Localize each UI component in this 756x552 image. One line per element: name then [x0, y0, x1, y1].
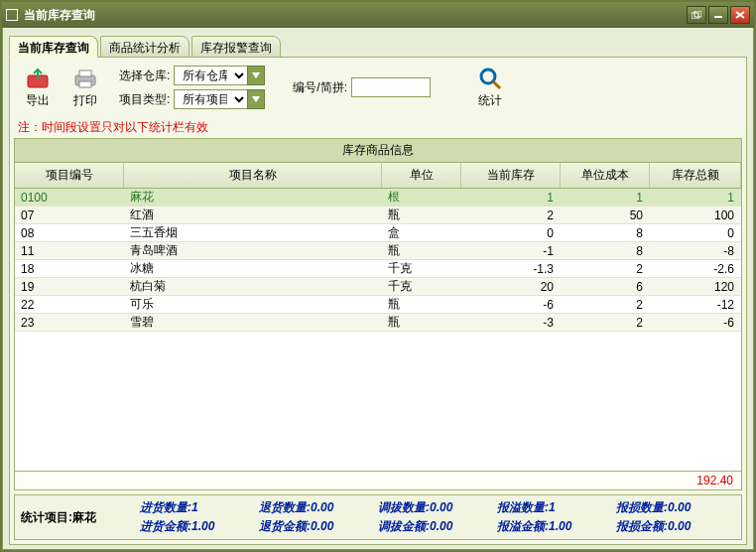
table-row[interactable]: 18冰糖千克-1.32-2.6	[15, 260, 741, 278]
cell: 盒	[382, 223, 461, 242]
cell: 2	[561, 261, 650, 277]
warehouse-select[interactable]: 所有仓库	[174, 66, 247, 85]
cell: 2	[461, 207, 561, 223]
cell: 50	[561, 207, 650, 223]
tab-0[interactable]: 当前库存查询	[9, 36, 98, 58]
chevron-down-icon	[252, 72, 260, 78]
stats-item-label: 统计项目:麻花	[21, 509, 140, 526]
content-area: 当前库存查询商品统计分析库存报警查询 导出 打印 选择	[2, 28, 754, 550]
cell: 冰糖	[124, 259, 382, 278]
chevron-down-icon	[252, 96, 260, 102]
table-row[interactable]: 23雪碧瓶-32-6	[15, 314, 741, 332]
table-row[interactable]: 11青岛啤酒瓶-18-8	[15, 242, 741, 260]
cell: 瓶	[382, 206, 461, 224]
cell: 22	[15, 297, 124, 313]
warehouse-label: 选择仓库:	[119, 68, 170, 84]
tab-bar: 当前库存查询商品统计分析库存报警查询	[9, 36, 747, 58]
table-row[interactable]: 22可乐瓶-62-12	[15, 296, 741, 314]
stats-button[interactable]: 统计	[468, 67, 512, 109]
stat-item: 报溢数量:1	[497, 499, 616, 516]
print-button[interactable]: 打印	[63, 67, 107, 109]
cell: -3	[461, 315, 561, 331]
cell: 0	[650, 225, 741, 241]
cell: 瓶	[382, 241, 461, 260]
col-header-0[interactable]: 项目编号	[15, 163, 124, 188]
inventory-grid: 项目编号项目名称单位当前库存单位成本库存总额 0100麻花根11107红酒瓶25…	[14, 162, 742, 490]
cell: 23	[15, 315, 124, 331]
cell: 千克	[382, 259, 461, 278]
minimize-button[interactable]	[708, 6, 728, 24]
stat-item: 进货数量:1	[140, 499, 259, 516]
cell: 11	[15, 243, 124, 259]
svg-point-9	[481, 69, 495, 83]
cell: 1	[561, 190, 650, 206]
toolbar: 导出 打印 选择仓库: 所有仓库	[14, 62, 742, 117]
note-text: 注：时间段设置只对以下统计栏有效	[14, 117, 742, 138]
close-icon	[735, 11, 745, 19]
cell: 红酒	[124, 206, 382, 224]
cell: 瓶	[382, 313, 461, 332]
stat-item: 调拔金额:0.00	[378, 518, 497, 535]
svg-rect-7	[79, 70, 91, 76]
print-icon	[71, 67, 99, 90]
cell: 1	[461, 190, 561, 206]
stats-values: 进货数量:1退货数量:0.00调拔数量:0.00报溢数量:1报损数量:0.00进…	[140, 499, 735, 535]
cell: -6	[650, 315, 741, 331]
stat-item: 退货数量:0.00	[259, 499, 378, 516]
cell: 07	[15, 207, 124, 223]
itemtype-select[interactable]: 所有项目	[174, 89, 247, 109]
cell: 麻花	[124, 189, 382, 207]
cell: -1.3	[461, 261, 561, 277]
table-row[interactable]: 19杭白菊千克206120	[15, 278, 741, 296]
grid-total: 192.40	[15, 471, 741, 489]
cell: 2	[561, 297, 650, 313]
window-title: 当前库存查询	[24, 7, 685, 24]
tab-1[interactable]: 商品统计分析	[100, 36, 189, 58]
cell: 三五香烟	[124, 223, 382, 242]
titlebar: 当前库存查询	[2, 2, 754, 28]
cell: 120	[650, 279, 741, 295]
cell: 根	[382, 189, 461, 207]
code-label: 编号/简拼:	[293, 79, 347, 96]
app-window: 当前库存查询 当前库存查询商品统计分析库存报警查询 导出	[0, 0, 756, 552]
cell: -8	[650, 243, 741, 259]
print-label: 打印	[73, 92, 97, 109]
table-row[interactable]: 08三五香烟盒080	[15, 224, 741, 242]
stat-item: 报损数量:0.00	[616, 499, 735, 516]
col-header-5[interactable]: 库存总额	[650, 163, 741, 188]
cell: 18	[15, 261, 124, 277]
tab-2[interactable]: 库存报警查询	[191, 36, 281, 58]
cell: 2	[561, 315, 650, 331]
code-input[interactable]	[351, 77, 431, 97]
cell: -12	[650, 297, 741, 313]
stat-item: 调拔数量:0.00	[378, 499, 497, 516]
cell: 20	[461, 279, 561, 295]
close-button[interactable]	[730, 6, 750, 24]
cell: 8	[561, 225, 650, 241]
stat-item: 报溢金额:1.00	[497, 518, 616, 535]
export-button[interactable]: 导出	[16, 67, 60, 109]
col-header-4[interactable]: 单位成本	[561, 163, 650, 188]
svg-line-10	[493, 81, 500, 88]
itemtype-dropdown-button[interactable]	[247, 89, 265, 109]
warehouse-dropdown-button[interactable]	[247, 66, 265, 85]
col-header-2[interactable]: 单位	[382, 163, 461, 188]
minimize-icon	[713, 11, 723, 19]
grid-body[interactable]: 0100麻花根11107红酒瓶25010008三五香烟盒08011青岛啤酒瓶-1…	[15, 189, 741, 471]
cell: 1	[650, 190, 741, 206]
section-title: 库存商品信息	[14, 138, 742, 162]
col-header-3[interactable]: 当前库存	[461, 163, 561, 188]
search-icon	[476, 67, 504, 90]
tab-panel: 导出 打印 选择仓库: 所有仓库	[9, 57, 747, 545]
restore-icon	[692, 11, 701, 19]
cell: 08	[15, 225, 124, 241]
cell: 雪碧	[124, 313, 382, 332]
restore-button[interactable]	[687, 6, 706, 24]
cell: 0100	[15, 190, 124, 206]
table-row[interactable]: 0100麻花根111	[15, 189, 741, 207]
cell: 8	[561, 243, 650, 259]
table-row[interactable]: 07红酒瓶250100	[15, 207, 741, 224]
col-header-1[interactable]: 项目名称	[124, 163, 382, 188]
itemtype-label: 项目类型:	[119, 91, 170, 108]
cell: 可乐	[124, 295, 382, 314]
